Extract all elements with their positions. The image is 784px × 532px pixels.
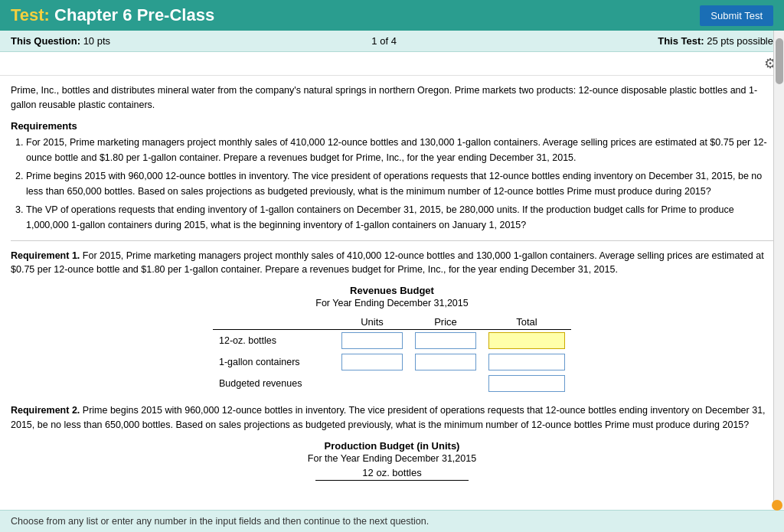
page-indicator: 1 of 4 [371, 35, 397, 47]
row3-total-input[interactable] [488, 375, 565, 392]
row3-price-cell [409, 373, 482, 394]
app-header: Test: Chapter 6 Pre-Class Submit Test [0, 0, 784, 31]
section-divider-1 [11, 240, 773, 241]
revenues-budget-section: Revenues Budget For Year Ending December… [11, 285, 773, 394]
production-budget-subtitle: For the Year Ending December 31,2015 [11, 453, 773, 464]
col-price-header: Price [409, 315, 482, 330]
test-label: Test: [11, 5, 50, 24]
row2-units-input[interactable] [341, 354, 403, 370]
row1-total-input[interactable] [488, 332, 565, 349]
row1-units-cell[interactable] [335, 330, 409, 352]
req2-label: Requirement 2. [11, 405, 80, 416]
question-pts-label: This Question: [11, 35, 80, 47]
row1-label: 12-oz. bottles [213, 330, 335, 352]
page-total: 4 [391, 35, 397, 47]
row2-total-input[interactable] [488, 354, 565, 370]
req1-block: Requirement 1. For 2015, Prime marketing… [11, 249, 773, 278]
row2-units-cell[interactable] [335, 351, 409, 373]
sub-header: This Question: 10 pts 1 of 4 This Test: … [0, 31, 784, 52]
test-pts-label: This Test: [658, 35, 704, 47]
col-total-header: Total [482, 315, 571, 330]
toolbar: ⚙ [0, 52, 784, 76]
test-pts-value: 25 pts possible [707, 35, 773, 47]
page-current: 1 [371, 35, 377, 47]
table-row: 1-gallon containers [213, 351, 571, 373]
req1-label: Requirement 1. [11, 250, 80, 261]
row2-total-cell[interactable] [482, 351, 571, 373]
col-units-header: Units [335, 315, 409, 330]
table-row: Budgeted revenues [213, 373, 571, 394]
main-content: Prime, Inc., bottles and distributes min… [0, 76, 784, 493]
revenues-budget-subtitle: For Year Ending December 31,2015 [11, 298, 773, 308]
page-separator: of [380, 35, 390, 47]
requirement-2-text: Prime begins 2015 with 960,000 12-ounce … [26, 168, 773, 199]
row2-label: 1-gallon containers [213, 351, 335, 373]
requirements-header: Requirements [11, 120, 773, 132]
requirements-list: For 2015, Prime marketing managers proje… [11, 135, 773, 233]
production-budget-section: Production Budget (in Units) For the Yea… [11, 440, 773, 481]
row3-total-cell[interactable] [482, 373, 571, 394]
production-budget-title: Production Budget (in Units) [11, 440, 773, 452]
table-row: 12-oz. bottles [213, 330, 571, 352]
row3-label: Budgeted revenues [213, 373, 335, 394]
req2-block: Requirement 2. Prime begins 2015 with 96… [11, 403, 773, 432]
row2-price-cell[interactable] [409, 351, 482, 373]
scrollbar[interactable] [773, 31, 784, 493]
chapter-title: Chapter 6 Pre-Class [54, 5, 214, 24]
question-points: This Question: 10 pts [11, 35, 110, 47]
row2-price-input[interactable] [415, 354, 476, 370]
row3-units-cell [335, 373, 409, 394]
req1-text: For 2015, Prime marketing managers proje… [11, 250, 764, 276]
requirement-3-text: The VP of operations requests that endin… [26, 202, 773, 233]
test-points: This Test: 25 pts possible [658, 35, 773, 47]
page-title: Test: Chapter 6 Pre-Class [11, 5, 214, 25]
submit-test-button[interactable]: Submit Test [700, 5, 773, 26]
scenario-text: Prime, Inc., bottles and distributes min… [11, 83, 773, 113]
row1-price-cell[interactable] [409, 330, 482, 352]
scroll-thumb[interactable] [776, 38, 783, 84]
row1-total-cell[interactable] [482, 330, 571, 352]
requirement-1-text: For 2015, Prime marketing managers proje… [26, 135, 773, 165]
col-label-header [213, 315, 335, 330]
row1-price-input[interactable] [415, 332, 476, 349]
production-col-header: 12 oz. bottles [315, 467, 469, 481]
revenues-budget-title: Revenues Budget [11, 285, 773, 296]
req2-text: Prime begins 2015 with 960,000 12-ounce … [11, 405, 766, 430]
row1-units-input[interactable] [341, 332, 403, 349]
question-pts-value: 10 pts [83, 35, 110, 47]
revenues-budget-table: Units Price Total 12-oz. bottles 1-gallo… [213, 315, 571, 394]
